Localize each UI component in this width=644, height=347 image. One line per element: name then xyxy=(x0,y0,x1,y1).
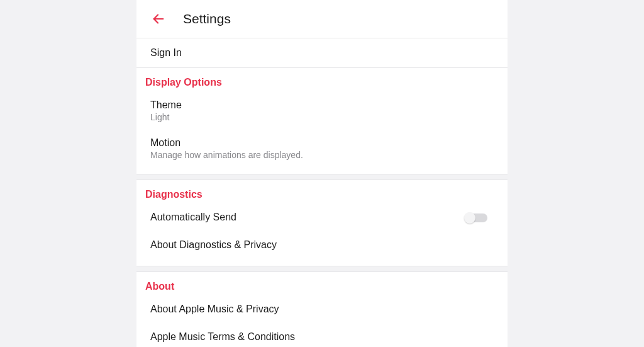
settings-panel: Settings Sign In Display Options Theme L… xyxy=(136,0,508,347)
item-title: Motion xyxy=(150,137,494,149)
back-arrow-icon[interactable] xyxy=(152,12,165,26)
item-subtitle: Manage how animations are displayed. xyxy=(150,150,494,160)
item-title: Apple Music Terms & Conditions xyxy=(150,331,494,343)
setting-item-motion[interactable]: Motion Manage how animations are display… xyxy=(136,130,508,168)
setting-item-terms[interactable]: Apple Music Terms & Conditions xyxy=(136,324,508,347)
setting-item-theme[interactable]: Theme Light xyxy=(136,92,508,130)
item-subtitle: Light xyxy=(150,112,494,122)
toggle-knob xyxy=(464,212,475,224)
section-about: About About Apple Music & Privacy Apple … xyxy=(136,272,508,347)
section-gap xyxy=(136,266,508,272)
section-display-options: Display Options Theme Light Motion Manag… xyxy=(136,68,508,174)
sign-in-label: Sign In xyxy=(150,47,182,58)
header: Settings xyxy=(136,0,508,38)
section-gap xyxy=(136,174,508,180)
sign-in-row[interactable]: Sign In xyxy=(136,38,508,67)
section-header-diagnostics: Diagnostics xyxy=(136,180,508,204)
section-header-display: Display Options xyxy=(136,68,508,92)
item-title: Theme xyxy=(150,100,494,111)
section-header-about: About xyxy=(136,272,508,296)
page-title: Settings xyxy=(183,11,231,26)
setting-item-auto-send[interactable]: Automatically Send xyxy=(136,204,508,232)
item-title: Automatically Send xyxy=(150,212,236,223)
setting-item-about-diagnostics[interactable]: About Diagnostics & Privacy xyxy=(136,232,508,259)
auto-send-toggle[interactable] xyxy=(465,213,487,222)
item-title: About Apple Music & Privacy xyxy=(150,304,494,315)
section-diagnostics: Diagnostics Automatically Send About Dia… xyxy=(136,180,508,266)
item-title: About Diagnostics & Privacy xyxy=(150,239,494,251)
setting-item-about-privacy[interactable]: About Apple Music & Privacy xyxy=(136,296,508,324)
